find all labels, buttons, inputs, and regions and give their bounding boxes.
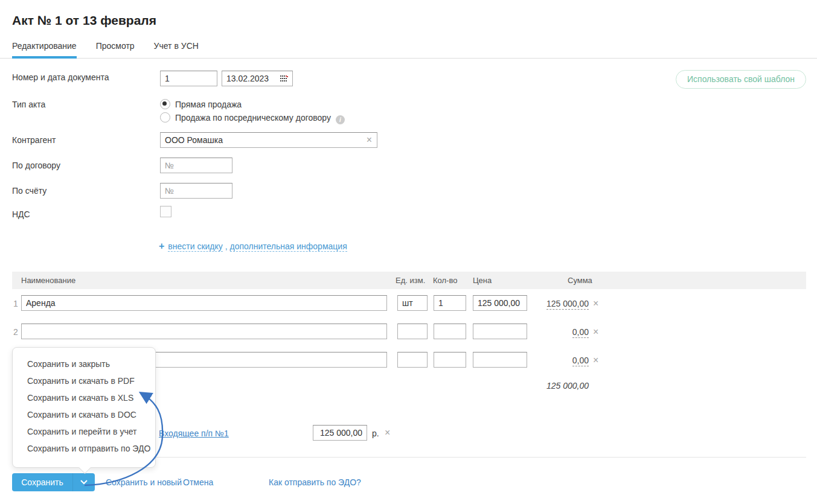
col-qty: Кол-во <box>433 276 457 285</box>
items-table-header: Наименование Ед. изм. Кол-во Цена Сумма <box>12 272 806 289</box>
counterparty-input[interactable] <box>161 135 362 145</box>
save-button-label: Сохранить <box>12 477 72 487</box>
counterparty-label: Контрагент <box>12 135 56 145</box>
document-date-input[interactable] <box>222 74 280 83</box>
act-editor-page: Акт № 1 от 13 февраля Редактирование Про… <box>0 0 817 504</box>
invoice-number-input[interactable] <box>160 183 232 199</box>
contract-number-input[interactable] <box>160 158 232 173</box>
item-sum: 0,00 <box>525 356 589 365</box>
document-number-input[interactable] <box>160 71 217 86</box>
item-name-input[interactable] <box>21 324 387 339</box>
item-qty-input[interactable] <box>434 324 466 339</box>
item-unit-input[interactable] <box>397 295 428 311</box>
row-number: 1 <box>13 299 18 308</box>
item-name-input[interactable] <box>21 295 387 311</box>
row-number: 2 <box>13 327 18 337</box>
number-date-label: Номер и дата документа <box>12 72 109 82</box>
tab-bar: Редактирование Просмотр Учет в УСН <box>0 35 817 59</box>
page-title: Акт № 1 от 13 февраля <box>12 13 156 28</box>
delete-row-icon[interactable]: × <box>593 327 598 337</box>
edo-help-link[interactable]: Как отправить по ЭДО? <box>269 477 361 487</box>
additional-info-link[interactable]: дополнительная информация <box>230 241 347 252</box>
delete-row-icon[interactable]: × <box>593 298 598 309</box>
radio-checked-icon[interactable] <box>160 99 170 109</box>
tab-usn-accounting[interactable]: Учет в УСН <box>154 35 199 58</box>
save-and-new-link[interactable]: Сохранить и новый <box>106 477 182 487</box>
item-sum: 0,00 <box>525 327 589 337</box>
incoming-payment-link[interactable]: Входящее п/п №1 <box>159 429 229 438</box>
save-options-menu: Сохранить и закрыть Сохранить и скачать … <box>12 347 156 468</box>
col-name: Наименование <box>21 276 75 285</box>
act-type-option-direct[interactable]: Прямая продажа <box>160 99 242 109</box>
vat-label: НДС <box>12 209 30 219</box>
item-qty-input[interactable] <box>434 295 466 311</box>
save-button[interactable]: Сохранить <box>12 473 95 491</box>
counterparty-field[interactable]: × <box>160 132 377 148</box>
document-date-field[interactable] <box>222 71 293 86</box>
menu-item-save-xls[interactable]: Сохранить и скачать в XLS <box>13 389 155 406</box>
act-type-label: Тип акта <box>12 100 45 109</box>
act-type-option-intermediary-label: Продажа по посредническому договору <box>175 113 331 123</box>
info-icon[interactable]: i <box>336 115 345 124</box>
add-discount-link[interactable]: внести скидку <box>168 241 222 252</box>
col-price: Цена <box>473 276 492 285</box>
item-price-input[interactable] <box>473 295 527 311</box>
invoice-label: По счёту <box>12 186 46 196</box>
links-separator: , <box>223 241 230 251</box>
menu-item-save-accounting[interactable]: Сохранить и перейти в учет <box>13 423 155 440</box>
clear-icon[interactable]: × <box>362 135 377 145</box>
tab-editing[interactable]: Редактирование <box>12 35 77 58</box>
contract-label: По договору <box>12 161 60 170</box>
item-qty-input[interactable] <box>434 352 466 368</box>
item-unit-input[interactable] <box>397 324 428 339</box>
act-type-option-direct-label: Прямая продажа <box>175 100 242 109</box>
item-unit-input[interactable] <box>397 352 428 368</box>
remove-payment-icon[interactable]: × <box>385 427 390 438</box>
plus-icon: + <box>159 241 164 251</box>
menu-item-save-close[interactable]: Сохранить и закрыть <box>13 356 155 372</box>
calendar-icon[interactable] <box>280 75 292 82</box>
vat-checkbox[interactable] <box>160 206 171 217</box>
delete-row-icon[interactable]: × <box>593 355 598 366</box>
menu-item-save-edo[interactable]: Сохранить и отправить по ЭДО <box>13 440 155 457</box>
cancel-link[interactable]: Отмена <box>183 477 213 487</box>
extra-options-links: +внести скидку , дополнительная информац… <box>159 241 347 252</box>
payment-amount-input[interactable] <box>313 425 367 441</box>
radio-unchecked-icon[interactable] <box>160 112 170 123</box>
col-unit: Ед. изм. <box>396 276 425 285</box>
menu-item-save-doc[interactable]: Сохранить и скачать в DOC <box>13 406 155 423</box>
item-sum: 125 000,00 <box>525 299 589 308</box>
items-total: 125 000,00 <box>519 381 589 391</box>
col-sum: Сумма <box>568 276 592 285</box>
item-price-input[interactable] <box>473 352 527 368</box>
act-type-option-intermediary[interactable]: Продажа по посредническому договоруi <box>160 112 345 124</box>
menu-item-save-pdf[interactable]: Сохранить и скачать в PDF <box>13 372 155 389</box>
item-price-input[interactable] <box>473 324 527 339</box>
chevron-down-icon[interactable] <box>72 473 95 491</box>
currency-label: р. <box>372 429 379 438</box>
tab-preview[interactable]: Просмотр <box>96 35 135 58</box>
use-own-template-button[interactable]: Использовать свой шаблон <box>676 70 806 89</box>
